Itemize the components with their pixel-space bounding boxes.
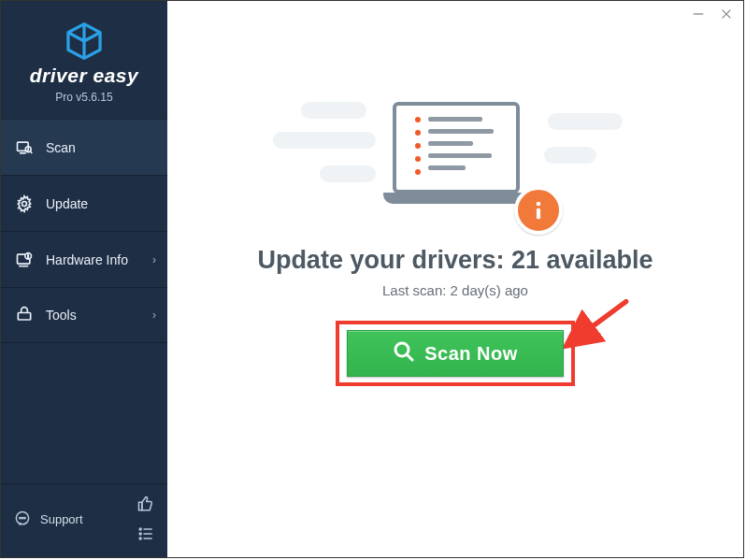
svg-point-21 [537,202,541,207]
list-icon[interactable] [136,524,156,544]
sidebar-item-tools[interactable]: Tools › [1,287,167,343]
scan-now-label: Scan Now [424,343,518,365]
magnifier-icon [393,340,415,367]
last-scan-prefix: Last scan: [382,282,451,298]
svg-text:i: i [28,252,29,258]
svg-point-6 [22,201,27,206]
svg-point-19 [139,538,141,539]
titlebar-controls [691,7,734,22]
update-icon [14,194,35,214]
available-count: 21 [511,246,539,274]
scan-highlight-box: Scan Now [336,321,575,386]
thumbs-up-icon[interactable] [136,494,156,514]
headline-suffix: available [539,246,653,274]
chat-icon[interactable] [12,509,33,529]
svg-point-15 [139,528,141,530]
scan-now-button[interactable]: Scan Now [347,330,564,377]
last-scan-value: 2 day(s) ago [451,282,528,298]
main-panel: Update your drivers: 21 available Last s… [167,1,743,557]
sidebar-item-label: Tools [46,308,77,323]
chevron-right-icon: › [152,309,156,322]
chevron-right-icon: › [152,253,156,266]
sidebar-item-label: Hardware Info [46,252,128,267]
last-scan-text: Last scan: 2 day(s) ago [382,282,528,298]
headline: Update your drivers: 21 available [257,246,653,275]
svg-rect-22 [537,208,540,220]
svg-point-14 [24,518,25,519]
sidebar: driver easy Pro v5.6.15 Scan [1,1,167,557]
brand-version: Pro v5.6.15 [55,91,112,104]
sidebar-footer: Support [1,483,167,557]
scan-icon [14,137,35,158]
sidebar-item-label: Update [46,196,88,211]
sidebar-item-update[interactable]: Update [1,175,167,231]
sidebar-nav: Scan Update i Hardware [1,119,167,343]
close-button[interactable] [719,7,734,22]
minimize-button[interactable] [691,7,706,22]
laptop-illustration [357,94,553,225]
brand-block: driver easy Pro v5.6.15 [1,1,167,119]
app-window: driver easy Pro v5.6.15 Scan [0,0,744,558]
svg-point-13 [22,518,22,519]
support-label[interactable]: Support [40,512,83,526]
svg-point-12 [20,518,21,519]
sidebar-item-scan[interactable]: Scan [1,119,167,175]
svg-rect-10 [18,313,30,321]
svg-point-17 [139,533,141,535]
tools-icon [14,305,35,325]
svg-line-24 [407,354,412,360]
headline-prefix: Update your drivers: [257,246,511,274]
sidebar-item-hardware-info[interactable]: i Hardware Info › [1,231,167,287]
brand-logo-icon [65,22,104,61]
info-badge-icon [514,186,563,235]
brand-name: driver easy [30,65,138,87]
hardware-info-icon: i [14,250,35,270]
annotation-arrow-icon [564,296,631,351]
sidebar-item-label: Scan [46,140,76,155]
